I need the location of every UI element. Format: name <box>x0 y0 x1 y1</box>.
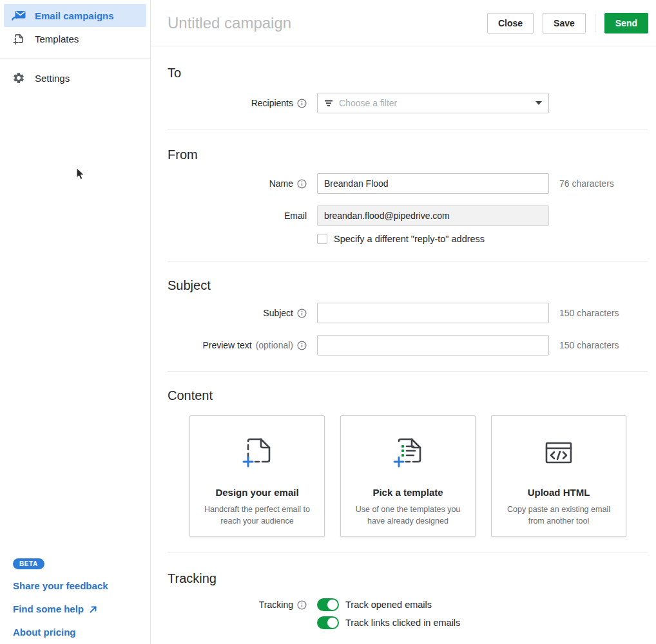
reply-to-row: Specify a different "reply-to" address <box>168 234 648 244</box>
track-opened-row: Track opened emails <box>317 598 460 611</box>
subject-heading: Subject <box>168 277 648 294</box>
upload-html-description: Copy paste an existing email from anothe… <box>492 504 626 527</box>
sidebar-item-label: Settings <box>35 73 70 84</box>
header-actions: Close Save Send <box>487 13 648 33</box>
name-label: Name <box>269 178 293 189</box>
about-pricing-link[interactable]: About pricing <box>13 626 76 639</box>
find-help-link[interactable]: Find some help <box>13 603 97 616</box>
content-heading: Content <box>168 387 648 404</box>
section-subject: Subject Subject 150 characters <box>168 277 648 372</box>
email-label-group: Email <box>168 211 307 221</box>
find-help-label: Find some help <box>13 603 84 616</box>
recipients-label: Recipients <box>251 98 293 108</box>
track-clicks-label: Track links clicked in emails <box>345 618 460 628</box>
about-pricing-label: About pricing <box>13 626 76 639</box>
subject-input[interactable] <box>317 303 549 323</box>
external-link-icon <box>89 605 97 614</box>
info-icon[interactable] <box>297 341 307 350</box>
main-panel: Close Save Send To Recipients <box>151 0 656 644</box>
section-content: Content <box>168 387 648 553</box>
info-icon[interactable] <box>297 179 307 189</box>
track-clicks-row: Track links clicked in emails <box>317 616 460 629</box>
track-opened-toggle[interactable] <box>317 598 339 611</box>
share-feedback-link[interactable]: Share your feedback <box>13 580 108 592</box>
preview-text-row: Preview text (optional) 150 characters <box>168 335 648 355</box>
email-campaigns-icon <box>12 10 26 21</box>
templates-icon <box>12 32 26 45</box>
email-label: Email <box>284 211 307 221</box>
sidebar-item-label: Templates <box>35 33 79 44</box>
sidebar-item-settings[interactable]: Settings <box>4 66 146 90</box>
campaign-form: To Recipients <box>151 46 656 629</box>
subject-row: Subject 150 characters <box>168 303 648 323</box>
info-icon[interactable] <box>297 99 307 108</box>
sidebar-item-email-campaigns[interactable]: Email campaigns <box>4 4 146 27</box>
track-opened-label: Track opened emails <box>345 600 432 610</box>
upload-html-card[interactable]: Upload HTML Copy paste an existing email… <box>491 415 626 537</box>
preview-text-input[interactable] <box>317 335 549 355</box>
section-divider <box>168 553 648 553</box>
reply-to-checkbox[interactable] <box>317 234 327 244</box>
pick-template-icon <box>388 431 428 473</box>
filter-placeholder: Choose a filter <box>339 98 530 108</box>
subject-label: Subject <box>263 308 293 318</box>
mouse-cursor <box>76 167 86 181</box>
sidebar-item-templates[interactable]: Templates <box>4 27 146 50</box>
name-label-group: Name <box>168 178 307 189</box>
upload-html-icon <box>539 431 579 473</box>
close-button[interactable]: Close <box>487 13 534 33</box>
send-button[interactable]: Send <box>604 13 648 33</box>
section-from: From Name 76 characters <box>168 146 648 261</box>
upload-html-title: Upload HTML <box>528 487 590 498</box>
chevron-down-icon <box>535 101 542 105</box>
content-cards: Design your email Handcraft the perfect … <box>189 415 648 537</box>
info-icon[interactable] <box>297 308 307 318</box>
tracking-label: Tracking <box>259 600 293 610</box>
campaign-header: Close Save Send <box>151 0 656 46</box>
preview-optional-label: (optional) <box>256 340 293 350</box>
section-tracking: Tracking Tracking Trac <box>168 570 648 629</box>
beta-badge: BETA <box>13 558 44 569</box>
info-icon[interactable] <box>297 600 307 610</box>
share-feedback-label: Share your feedback <box>13 580 108 592</box>
recipients-filter-dropdown[interactable]: Choose a filter <box>317 93 549 113</box>
tracking-row: Tracking Track opened emails <box>168 598 648 629</box>
track-clicks-toggle[interactable] <box>317 616 339 629</box>
from-email-input <box>317 205 549 226</box>
to-heading: To <box>168 64 648 81</box>
subject-char-counter: 150 characters <box>559 308 619 318</box>
recipients-row: Recipients Ch <box>168 93 648 113</box>
sidebar-footer: BETA Share your feedback Find some help … <box>13 558 108 639</box>
reply-to-checkbox-label: Specify a different "reply-to" address <box>334 234 485 244</box>
pick-template-description: Use of one the templates you have alread… <box>341 504 475 527</box>
subject-label-group: Subject <box>168 308 307 318</box>
from-email-row: Email <box>168 205 648 226</box>
pick-template-title: Pick a template <box>372 487 443 498</box>
section-divider <box>168 371 648 372</box>
filter-icon <box>324 100 333 107</box>
campaign-title-input[interactable] <box>168 14 487 32</box>
from-heading: From <box>168 146 648 163</box>
preview-label-group: Preview text (optional) <box>168 340 307 350</box>
sidebar-divider <box>0 58 150 59</box>
from-name-input[interactable] <box>317 173 549 194</box>
from-name-row: Name 76 characters <box>168 173 648 194</box>
preview-char-counter: 150 characters <box>559 340 619 350</box>
design-email-icon <box>237 431 277 473</box>
save-button[interactable]: Save <box>543 13 586 33</box>
section-divider <box>168 261 648 261</box>
tracking-heading: Tracking <box>168 570 648 587</box>
tracking-toggles: Track opened emails Track links clicked … <box>317 598 460 629</box>
pick-template-card[interactable]: Pick a template Use of one the templates… <box>340 415 476 537</box>
section-divider <box>168 129 648 129</box>
design-email-card[interactable]: Design your email Handcraft the perfect … <box>189 415 325 537</box>
name-char-counter: 76 characters <box>559 178 614 189</box>
header-button-divider <box>595 14 595 32</box>
preview-text-label: Preview text <box>202 340 251 350</box>
recipients-label-group: Recipients <box>168 98 307 108</box>
sidebar: Email campaigns Templates <box>0 0 151 644</box>
gear-icon <box>12 71 26 84</box>
sidebar-nav: Email campaigns Templates <box>0 0 150 93</box>
campaign-editor-window: Email campaigns Templates <box>0 0 656 644</box>
design-email-description: Handcraft the perfect email to reach you… <box>190 504 324 527</box>
